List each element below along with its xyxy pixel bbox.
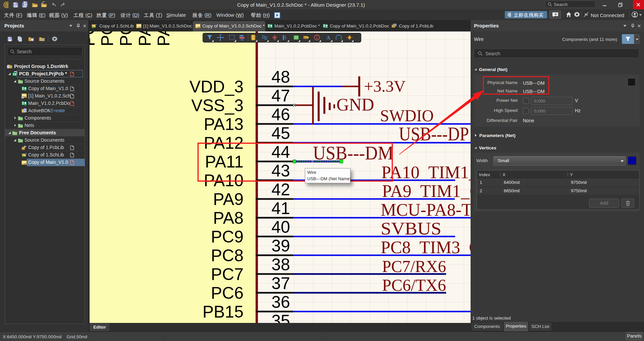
svg-text:PC2: PC2 — [90, 31, 98, 46]
svg-text:+3.3V: +3.3V — [364, 77, 406, 95]
svg-text:PA10 TIM1_CH3: PA10 TIM1_CH3 — [381, 163, 471, 182]
svg-text:SVBUS: SVBUS — [381, 219, 441, 238]
svg-text:PA6: PA6 — [154, 31, 173, 46]
svg-text:PA12: PA12 — [204, 134, 244, 152]
svg-text:39: 39 — [271, 236, 290, 255]
svg-text:46: 46 — [271, 105, 290, 124]
svg-text:PC0: PC0 — [117, 31, 136, 46]
svg-text:MCU-PA8-TIM1: MCU-PA8-TIM1 — [381, 200, 471, 219]
svg-text:?: ? — [51, 109, 52, 112]
svg-text:PA9: PA9 — [213, 190, 244, 209]
svg-text:48: 48 — [271, 68, 290, 86]
svg-text:USB---DP: USB---DP — [399, 123, 469, 145]
svg-text:PB15: PB15 — [203, 302, 244, 321]
svg-text:42: 42 — [271, 180, 290, 199]
svg-text:VDD_3: VDD_3 — [190, 77, 244, 96]
svg-text:35: 35 — [271, 312, 290, 323]
svg-text:PA13: PA13 — [204, 115, 244, 134]
svg-text:41: 41 — [271, 199, 290, 218]
svg-text:PA7: PA7 — [136, 31, 154, 46]
svg-text:45: 45 — [271, 124, 290, 143]
svg-text:47: 47 — [271, 86, 290, 105]
svg-text:43: 43 — [271, 161, 290, 180]
svg-text:PA8: PA8 — [213, 209, 244, 227]
svg-text:37: 37 — [271, 274, 290, 293]
svg-text:PA11: PA11 — [205, 152, 244, 171]
svg-text:GND: GND — [336, 95, 374, 114]
svg-text:44: 44 — [271, 143, 290, 161]
svg-text:PC6: PC6 — [211, 284, 244, 302]
svg-text:PC7/RX6: PC7/RX6 — [382, 257, 446, 276]
svg-text:PC8: PC8 — [211, 246, 244, 265]
svg-text:SWDIO: SWDIO — [380, 106, 434, 125]
svg-text:PC9: PC9 — [211, 227, 244, 246]
svg-text:PC6/TX6: PC6/TX6 — [382, 276, 446, 294]
svg-text:40: 40 — [271, 218, 290, 236]
svg-text:38: 38 — [271, 255, 290, 274]
svg-text:A: A — [326, 35, 331, 41]
svg-text:PC8 TIM3 CH3: PC8 TIM3 CH3 — [381, 238, 471, 257]
svg-text:PC1: PC1 — [98, 31, 117, 46]
svg-text:VSS_3: VSS_3 — [191, 96, 244, 115]
svg-text:PC7: PC7 — [211, 265, 244, 284]
svg-text:PA10: PA10 — [204, 171, 244, 190]
svg-text:36: 36 — [271, 293, 290, 312]
svg-text:PA9 TIM1_CH2: PA9 TIM1_CH2 — [382, 182, 471, 201]
svg-text:D1: D1 — [304, 37, 308, 40]
